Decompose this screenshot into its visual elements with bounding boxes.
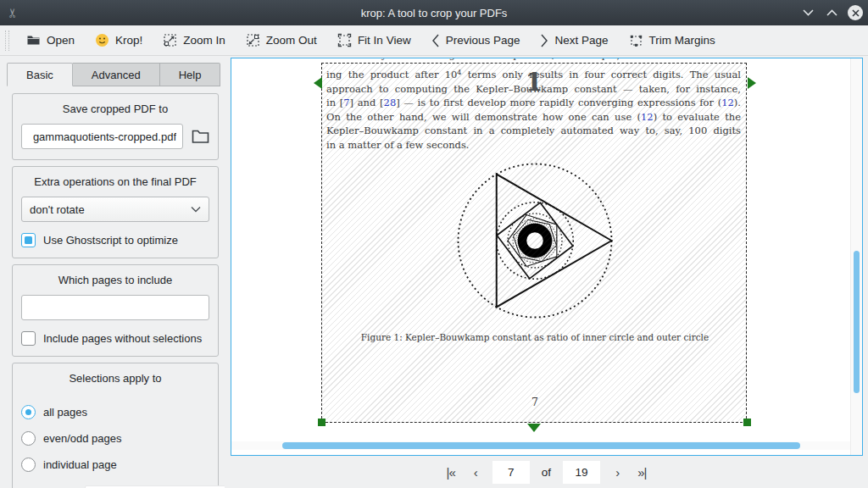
selections-group: Selections apply to all pages even/odd p… bbox=[12, 363, 219, 488]
trim-margins-button[interactable]: Trim Margins bbox=[619, 28, 726, 53]
pdf-page: sults in very slow convergence of the pr… bbox=[231, 58, 850, 441]
close-button[interactable] bbox=[848, 5, 863, 20]
chevron-down-icon bbox=[191, 206, 201, 213]
selection-handle-bottom-left[interactable] bbox=[318, 419, 326, 426]
radio-button[interactable] bbox=[21, 431, 36, 446]
window-title: krop: A tool to crop your PDFs bbox=[0, 7, 868, 19]
page-navigation-bar: |« ‹ of › »| bbox=[225, 456, 868, 488]
maximize-button[interactable] bbox=[824, 5, 839, 20]
fit-in-view-button[interactable]: Fit In View bbox=[327, 28, 421, 53]
ghostscript-checkbox-row[interactable]: Use Ghostscript to optimize bbox=[21, 233, 209, 247]
open-button[interactable]: Open bbox=[16, 28, 85, 53]
tab-help[interactable]: Help bbox=[160, 63, 221, 86]
last-page-button[interactable]: »| bbox=[634, 465, 649, 480]
radio-button[interactable] bbox=[21, 405, 36, 419]
zoom-out-icon bbox=[246, 33, 260, 47]
minimize-button[interactable] bbox=[800, 5, 815, 20]
smiley-icon bbox=[95, 33, 109, 47]
save-filename-input[interactable] bbox=[21, 124, 183, 149]
previous-page-nav-button[interactable]: ‹ bbox=[470, 465, 481, 480]
settings-sidebar: Basic Advanced Help Save cropped PDF to … bbox=[0, 56, 225, 488]
zoom-out-button[interactable]: Zoom Out bbox=[236, 28, 327, 53]
krop-button[interactable]: Krop! bbox=[85, 28, 153, 53]
tab-basic[interactable]: Basic bbox=[7, 63, 73, 86]
browse-file-button[interactable] bbox=[192, 129, 209, 144]
crop-selection[interactable] bbox=[321, 63, 747, 423]
window-titlebar: ✂ krop: A tool to crop your PDFs bbox=[0, 0, 868, 25]
selection-handle-right[interactable] bbox=[748, 77, 756, 89]
of-label: of bbox=[542, 466, 551, 479]
first-page-button[interactable]: |« bbox=[443, 465, 459, 480]
trim-margins-icon bbox=[629, 33, 643, 47]
extra-group-title: Extra operations on the final PDF bbox=[21, 174, 209, 197]
save-group-title: Save cropped PDF to bbox=[21, 101, 209, 124]
sidebar-tabs: Basic Advanced Help bbox=[7, 63, 220, 86]
vertical-scrollbar-thumb[interactable] bbox=[854, 251, 860, 393]
selection-handle-bottom-right[interactable] bbox=[743, 419, 751, 426]
chevron-left-icon bbox=[431, 34, 440, 47]
radio-even-odd-pages[interactable]: even/odd pages bbox=[21, 431, 209, 446]
toolbar-drag-handle[interactable] bbox=[5, 30, 9, 51]
zoom-in-icon bbox=[163, 33, 177, 47]
selection-handle-left[interactable] bbox=[314, 77, 322, 89]
radio-button[interactable] bbox=[21, 458, 36, 472]
chevron-right-icon bbox=[540, 34, 548, 47]
zoom-in-button[interactable]: Zoom In bbox=[153, 28, 236, 53]
vertical-scrollbar[interactable] bbox=[850, 58, 862, 455]
folder-icon bbox=[192, 129, 209, 144]
main-toolbar: Open Krop! Zoom In Zoom Out bbox=[0, 25, 868, 56]
tab-advanced[interactable]: Advanced bbox=[73, 63, 160, 86]
radio-individual-page[interactable]: individual page bbox=[21, 458, 209, 472]
include-pages-checkbox-row[interactable]: Include pages without selections bbox=[21, 331, 209, 346]
selection-number: 1 bbox=[517, 67, 551, 97]
ghostscript-checkbox[interactable] bbox=[21, 233, 36, 247]
previous-page-button[interactable]: Previous Page bbox=[421, 28, 531, 53]
pages-include-input[interactable] bbox=[21, 295, 209, 320]
current-page-input[interactable] bbox=[492, 461, 530, 484]
pdf-viewer: sults in very slow convergence of the pr… bbox=[231, 58, 863, 456]
pdf-clipped-line: sults in very slow convergence of the pr… bbox=[326, 58, 741, 62]
selections-group-title: Selections apply to bbox=[21, 370, 209, 393]
folder-icon bbox=[26, 33, 41, 47]
horizontal-scrollbar[interactable] bbox=[231, 441, 850, 450]
fit-in-view-icon bbox=[337, 33, 352, 47]
next-page-button[interactable]: Next Page bbox=[530, 28, 618, 53]
include-pages-checkbox[interactable] bbox=[21, 331, 36, 346]
extra-operations-group: Extra operations on the final PDF don't … bbox=[12, 166, 219, 258]
horizontal-scrollbar-thumb[interactable] bbox=[282, 442, 800, 449]
total-pages-input[interactable] bbox=[563, 461, 600, 484]
radio-all-pages[interactable]: all pages bbox=[21, 405, 209, 419]
rotate-dropdown[interactable]: don't rotate bbox=[21, 197, 209, 222]
next-page-nav-button[interactable]: › bbox=[612, 465, 622, 480]
save-group: Save cropped PDF to bbox=[12, 93, 219, 160]
pages-group-title: Which pages to include bbox=[21, 272, 209, 295]
selection-handle-bottom[interactable] bbox=[527, 424, 541, 432]
pages-group: Which pages to include Include pages wit… bbox=[12, 264, 219, 357]
